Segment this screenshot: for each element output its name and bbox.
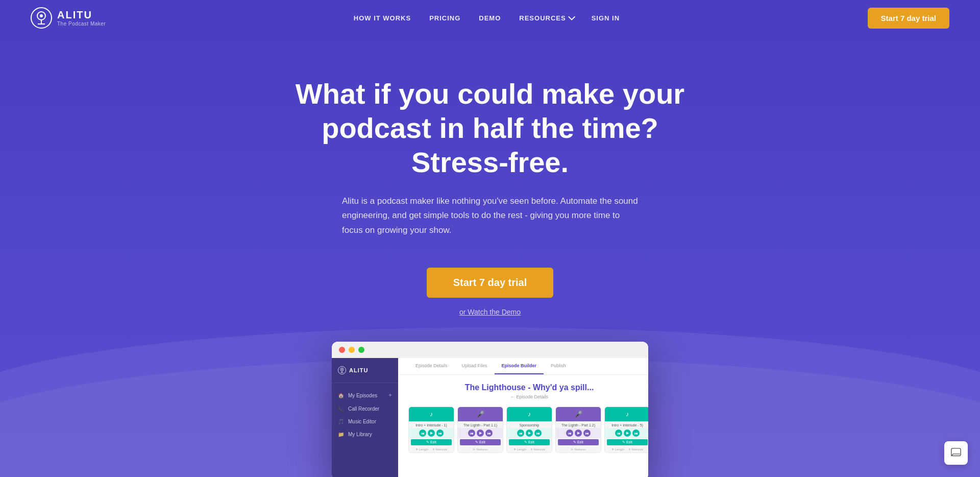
episode-block-3: ♪ Sponsorship ⏮ ▶ ⏭ ✎ Edit ✦ bbox=[506, 407, 552, 453]
forward-button-1[interactable]: ⏭ bbox=[436, 430, 444, 437]
episode-block-2: 🎤 The Lighth - Part 1.1) ⏮ ▶ ⏭ ✎ Edit bbox=[457, 407, 503, 453]
length-link-3[interactable]: ✦ Length bbox=[513, 447, 526, 451]
sidebar-logo-icon bbox=[338, 366, 346, 374]
app-content: The Lighthouse - Why'd ya spill... ← Epi… bbox=[398, 375, 648, 477]
forward-button-3[interactable]: ⏭ bbox=[534, 430, 542, 437]
edit-button-4[interactable]: ✎ Edit bbox=[558, 439, 599, 445]
logo-text: ALITU The Podcast Maker bbox=[57, 9, 106, 27]
play-button-3[interactable]: ▶ bbox=[526, 430, 533, 437]
remove-link-4[interactable]: ✕ Remove bbox=[571, 447, 585, 451]
app-preview-wrap: ALITU 🏠 My Episodes + 📞 Call Recorder 🎵 … bbox=[10, 342, 970, 477]
rewind-button-2[interactable]: ⏮ bbox=[468, 430, 475, 437]
hero-trial-button[interactable]: Start 7 day trial bbox=[427, 268, 554, 298]
edit-button-5[interactable]: ✎ Edit bbox=[607, 439, 648, 445]
plus-icon[interactable]: + bbox=[388, 392, 392, 399]
remove-link-3[interactable]: ✕ Remove bbox=[530, 447, 545, 451]
music-icon: 🎵 bbox=[338, 419, 344, 424]
edit-button-1[interactable]: ✎ Edit bbox=[411, 439, 452, 445]
rewind-button-3[interactable]: ⏮ bbox=[517, 430, 524, 437]
block-footer-5: ✦ Length ✕ Remove bbox=[605, 446, 648, 452]
nav-item-pricing[interactable]: PRICING bbox=[429, 13, 460, 22]
edit-button-3[interactable]: ✎ Edit bbox=[509, 439, 550, 445]
episode-block-1: ♪ Intro + Interlude - 1) ⏮ ▶ ⏭ ✎ Edit bbox=[408, 407, 454, 453]
nav-item-how-it-works[interactable]: HOW IT WORKS bbox=[354, 13, 411, 22]
play-button-4[interactable]: ▶ bbox=[575, 430, 582, 437]
sidebar-label-music-editor: Music Editor bbox=[348, 419, 376, 424]
hero-subtitle-wrap: Alitu is a podcast maker like nothing yo… bbox=[10, 194, 970, 259]
episode-blocks: ♪ Intro + Interlude - 1) ⏮ ▶ ⏭ ✎ Edit bbox=[408, 407, 648, 455]
sidebar-logo: ALITU bbox=[332, 366, 398, 383]
sidebar-item-my-episodes[interactable]: 🏠 My Episodes + bbox=[332, 388, 398, 402]
forward-button-5[interactable]: ⏭ bbox=[632, 430, 640, 437]
sidebar-logo-text: ALITU bbox=[349, 367, 368, 373]
nav-trial-button[interactable]: Start 7 day trial bbox=[868, 8, 949, 29]
nav-item-demo[interactable]: DEMO bbox=[479, 13, 501, 22]
forward-button-4[interactable]: ⏭ bbox=[583, 430, 591, 437]
remove-link-5[interactable]: ✕ Remove bbox=[628, 447, 643, 451]
block-footer-1: ✦ Length ✕ Remove bbox=[409, 446, 454, 452]
app-tabs: Episode Details Upload Files Episode Bui… bbox=[398, 358, 648, 375]
svg-point-5 bbox=[338, 367, 346, 374]
sidebar-item-my-library[interactable]: 📁 My Library bbox=[332, 428, 398, 441]
logo[interactable]: ALITU The Podcast Maker bbox=[31, 7, 106, 29]
block-name-4: The Lighth - Part 1.2) bbox=[556, 421, 601, 428]
episode-block-5: ♪ Intro + Interlude - 5) ⏮ ▶ ⏭ ✎ Edit bbox=[604, 407, 648, 453]
block-controls-2: ⏮ ▶ ⏭ bbox=[458, 428, 503, 438]
block-name-2: The Lighth - Part 1.1) bbox=[458, 421, 503, 428]
length-link-5[interactable]: ✦ Length bbox=[611, 447, 624, 451]
block-header-1: ♪ bbox=[409, 407, 454, 421]
navigation: ALITU The Podcast Maker HOW IT WORKS PRI… bbox=[0, 0, 980, 36]
logo-name: ALITU bbox=[57, 9, 106, 21]
block-controls-3: ⏮ ▶ ⏭ bbox=[507, 428, 552, 438]
block-name-1: Intro + Interlude - 1) bbox=[409, 421, 454, 428]
block-controls-1: ⏮ ▶ ⏭ bbox=[409, 428, 454, 438]
nav-links: HOW IT WORKS PRICING DEMO RESOURCES SIGN… bbox=[354, 13, 620, 22]
app-titlebar bbox=[332, 342, 648, 358]
sidebar-label-my-episodes: My Episodes bbox=[348, 393, 377, 398]
remove-link-2[interactable]: ✕ Remove bbox=[473, 447, 487, 451]
remove-link-1[interactable]: ✕ Remove bbox=[432, 447, 447, 451]
svg-point-2 bbox=[40, 14, 43, 17]
music-note-icon-3: ♪ bbox=[528, 411, 531, 418]
episode-title: The Lighthouse - Why'd ya spill... bbox=[408, 383, 648, 392]
home-icon: 🏠 bbox=[338, 393, 344, 398]
app-body: ALITU 🏠 My Episodes + 📞 Call Recorder 🎵 … bbox=[332, 358, 648, 477]
tab-upload-files[interactable]: Upload Files bbox=[455, 358, 495, 374]
episode-block-4: 🎤 The Lighth - Part 1.2) ⏮ ▶ ⏭ ✎ Edit bbox=[555, 407, 601, 453]
block-name-3: Sponsorship bbox=[507, 421, 552, 428]
app-main: Episode Details Upload Files Episode Bui… bbox=[398, 358, 648, 477]
block-name-5: Intro + Interlude - 5) bbox=[605, 421, 648, 428]
rewind-button-5[interactable]: ⏮ bbox=[615, 430, 622, 437]
tab-episode-builder[interactable]: Episode Builder bbox=[495, 358, 544, 374]
play-button-5[interactable]: ▶ bbox=[624, 430, 631, 437]
block-header-2: 🎤 bbox=[458, 407, 503, 421]
block-header-4: 🎤 bbox=[556, 407, 601, 421]
tab-publish[interactable]: Publish bbox=[544, 358, 573, 374]
block-footer-4: ✕ Remove bbox=[556, 446, 601, 452]
tab-episode-details[interactable]: Episode Details bbox=[408, 358, 455, 374]
logo-tagline: The Podcast Maker bbox=[57, 21, 106, 27]
nav-item-resources[interactable]: RESOURCES bbox=[519, 14, 573, 22]
phone-icon: 📞 bbox=[338, 406, 344, 412]
block-header-3: ♪ bbox=[507, 407, 552, 421]
block-footer-2: ✕ Remove bbox=[458, 446, 503, 452]
sidebar-label-my-library: My Library bbox=[348, 432, 372, 437]
play-button-1[interactable]: ▶ bbox=[428, 430, 435, 437]
titlebar-maximize-dot bbox=[358, 347, 364, 353]
sidebar-item-call-recorder[interactable]: 📞 Call Recorder bbox=[332, 402, 398, 415]
episode-label: ← Episode Details bbox=[408, 394, 648, 399]
play-button-2[interactable]: ▶ bbox=[477, 430, 484, 437]
rewind-button-4[interactable]: ⏮ bbox=[566, 430, 573, 437]
block-header-5: ♪ bbox=[605, 407, 648, 421]
hero-demo-link[interactable]: or Watch the Demo bbox=[10, 308, 970, 316]
length-link-1[interactable]: ✦ Length bbox=[415, 447, 428, 451]
app-sidebar: ALITU 🏠 My Episodes + 📞 Call Recorder 🎵 … bbox=[332, 358, 398, 477]
nav-item-sign-in[interactable]: SIGN IN bbox=[592, 13, 620, 22]
hero-section: What if you could make your podcast in h… bbox=[0, 36, 980, 477]
forward-button-2[interactable]: ⏭ bbox=[485, 430, 493, 437]
sidebar-item-music-editor[interactable]: 🎵 Music Editor bbox=[332, 415, 398, 428]
library-icon: 📁 bbox=[338, 432, 344, 437]
edit-button-2[interactable]: ✎ Edit bbox=[460, 439, 501, 445]
rewind-button-1[interactable]: ⏮ bbox=[419, 430, 426, 437]
chat-widget[interactable] bbox=[944, 441, 968, 465]
